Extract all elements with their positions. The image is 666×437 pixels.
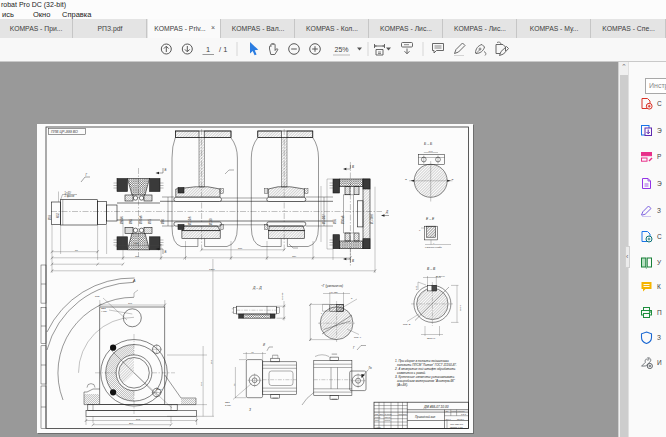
svg-text:Д: Д — [385, 210, 389, 214]
svg-text:Пов. В: Пов. В — [403, 323, 411, 326]
svg-text:И: И — [263, 343, 265, 347]
svg-text:Г: Г — [86, 173, 88, 177]
svg-text:Масса: Масса — [451, 410, 456, 412]
svg-text:1: 1 — [206, 45, 210, 54]
svg-text:Ø75/Н9: Ø75/Н9 — [427, 337, 436, 340]
svg-text:1×45°: 1×45° — [65, 191, 72, 195]
svg-text:1:2.5: 1:2.5 — [461, 413, 467, 415]
svg-text:Приводной вал: Приводной вал — [415, 415, 436, 419]
svg-text:2 фаски: 2 фаски — [65, 194, 75, 198]
svg-text:Лист: Лист — [380, 413, 384, 415]
svg-text:Ø60k6: Ø60k6 — [120, 216, 124, 224]
svg-text:Ø110/07: Ø110/07 — [322, 214, 326, 224]
svg-text:Лист 1: Лист 1 — [446, 418, 451, 420]
svg-text:Ø80: Ø80 — [161, 219, 165, 224]
svg-text:Б: Б — [165, 250, 167, 254]
svg-text:З: З — [249, 408, 251, 412]
svg-text:Дата: Дата — [403, 413, 407, 415]
svg-text:Ø: Ø — [405, 178, 407, 181]
svg-text:R12: R12 — [95, 295, 100, 298]
svg-text:Д – Д: Д – Д — [252, 286, 262, 290]
svg-text:Ø130: Ø130 — [209, 218, 213, 225]
svg-text:Ø48: Ø48 — [48, 215, 52, 220]
svg-text:150-36: 150-36 — [281, 292, 284, 300]
svg-text:Иванов: Иванов — [385, 416, 391, 418]
svg-text:Е – Е: Е – Е — [426, 217, 435, 221]
svg-text:292: 292 — [210, 359, 213, 364]
svg-text:345: 345 — [136, 418, 141, 421]
svg-text:Г: Г — [353, 346, 355, 350]
svg-text:Петров: Петров — [385, 419, 391, 421]
svg-text:354: 354 — [292, 255, 297, 258]
svg-text:40: 40 — [251, 351, 254, 354]
svg-text:В: В — [352, 165, 354, 169]
svg-text:ч: ч — [433, 242, 434, 244]
svg-text:140: 140 — [429, 150, 434, 153]
svg-text:ТПУ ИШНПТ: ТПУ ИШНПТ — [450, 423, 464, 425]
svg-text:2 отв.: 2 отв. — [225, 404, 232, 407]
svg-text:354: 354 — [135, 255, 140, 258]
svg-text:В: В — [352, 259, 354, 263]
svg-text:25%: 25% — [335, 46, 349, 53]
svg-text:Ø95: Ø95 — [333, 219, 337, 224]
svg-text:Ø65: Ø65 — [129, 219, 133, 224]
svg-text:170: 170 — [128, 302, 133, 305]
svg-text:4 отв.: 4 отв. — [101, 310, 108, 313]
svg-text:группа 4А61: группа 4А61 — [450, 426, 463, 428]
svg-text:Лв: Лв — [369, 366, 373, 370]
svg-text:/ 1: / 1 — [219, 45, 227, 54]
svg-text:112: 112 — [134, 242, 139, 245]
svg-text:210: 210 — [129, 422, 134, 425]
svg-text:Н.контр.: Н.контр. — [375, 426, 382, 428]
svg-text:Ø30: Ø30 — [157, 388, 162, 391]
svg-text:Разраб.: Разраб. — [375, 416, 382, 418]
svg-text:Пов. Г: Пов. Г — [354, 336, 362, 339]
svg-text:Ø140/H7: Ø140/H7 — [370, 213, 374, 224]
svg-text:Ø90m6: Ø90m6 — [341, 215, 345, 224]
svg-text:Ø75: Ø75 — [148, 219, 152, 224]
svg-text:5.02: 5.02 — [415, 285, 417, 290]
svg-text:Б: Б — [165, 168, 167, 172]
svg-text:M52: M52 — [56, 212, 60, 218]
svg-text:Листов 1: Листов 1 — [457, 418, 464, 420]
svg-text:ПЛВ ЦР-999 ВО: ПЛВ ЦР-999 ВО — [51, 130, 78, 134]
svg-text:(Ан-6К).: (Ан-6К). — [397, 383, 408, 387]
svg-text:Масштаб: Масштаб — [457, 410, 464, 412]
svg-text:№ докум.: № докум. — [385, 413, 393, 415]
svg-text:Изм: Изм — [375, 413, 379, 415]
svg-text:т 205/180 штифт: т 205/180 штифт — [425, 246, 442, 248]
svg-text:Ø70m6: Ø70m6 — [139, 215, 143, 224]
svg-text:Ø: Ø — [452, 178, 454, 181]
svg-text:86: 86 — [75, 249, 78, 252]
svg-text:б: б — [419, 229, 421, 231]
svg-text:Лит.: Лит. — [446, 410, 450, 412]
svg-text:14 JS9: 14 JS9 — [331, 291, 339, 294]
svg-text:~Г (увеличено): ~Г (увеличено) — [321, 284, 343, 288]
svg-text:ДМ 468-07.10.00: ДМ 468-07.10.00 — [423, 405, 449, 409]
svg-text:160-н: 160-н — [459, 304, 462, 311]
svg-text:800: 800 — [238, 247, 243, 250]
svg-text:Б – Б: Б – Б — [424, 142, 433, 146]
svg-text:Пров.: Пров. — [375, 419, 380, 421]
svg-text:150: 150 — [200, 381, 203, 386]
svg-text:Ø110r6: Ø110r6 — [188, 216, 192, 225]
svg-text:5: 5 — [351, 297, 353, 300]
svg-text:1260: 1260 — [209, 268, 215, 271]
svg-text:9: 9 — [320, 312, 322, 314]
svg-text:Ø 25/Н9: Ø 25/Н9 — [436, 275, 446, 278]
svg-text:В – В: В – В — [427, 267, 436, 271]
